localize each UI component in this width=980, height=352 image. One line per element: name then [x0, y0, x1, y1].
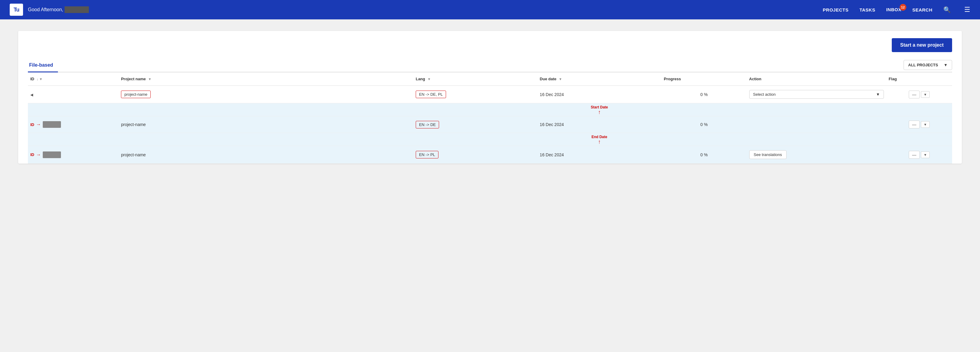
logo-text: Tu	[14, 7, 19, 13]
col-header-project-name: Project name ▼	[119, 72, 413, 86]
child2-id-arrow: →	[36, 152, 41, 157]
parent-due-date: 16 Dec 2024	[540, 92, 564, 97]
annotation-row: Start Date ↑	[28, 103, 952, 116]
content-card: Start a new project File-based ALL PROJE…	[18, 31, 962, 163]
logo: Tu	[10, 4, 23, 16]
annotation2-end-spacer	[661, 133, 952, 146]
inbox-badge: 12	[900, 4, 906, 11]
parent-select-action-label: Select action	[753, 92, 776, 97]
annotation-row-2: End Date ↑	[28, 133, 952, 146]
parent-lang-cell: EN -> DE, PL	[413, 86, 537, 103]
end-date-arrow: ↑	[540, 139, 659, 144]
child1-flag-cell: — ▼	[886, 116, 952, 133]
nav-tasks[interactable]: TASKS	[859, 7, 875, 13]
child2-progress: 0 %	[700, 152, 708, 157]
parent-select-action[interactable]: Select action ▼	[749, 90, 884, 99]
end-date-annotation: End Date ↑	[540, 134, 659, 144]
child2-lang: EN -> PL	[416, 151, 439, 159]
nav-inbox-wrapper: INBOX 12	[886, 7, 902, 13]
child1-flag-dash-button[interactable]: —	[909, 121, 920, 128]
header: Tu Good Afternoon, PROJECTS TASKS INBOX …	[0, 0, 980, 19]
child2-action-cell: See translations	[747, 146, 886, 163]
tab-file-based[interactable]: File-based	[28, 59, 58, 72]
start-date-annotation: Start Date ↑	[540, 105, 659, 115]
parent-project-name-cell: project-name	[119, 86, 413, 103]
search-icon[interactable]: 🔍	[943, 6, 951, 13]
start-project-button[interactable]: Start a new project	[892, 38, 952, 52]
parent-progress: 0 %	[700, 92, 708, 97]
child1-action-cell	[747, 116, 886, 133]
hamburger-menu-icon[interactable]: ☰	[964, 6, 970, 14]
child2-id-cell: ID →	[28, 146, 119, 163]
annotation-end-spacer	[661, 103, 952, 116]
child1-project-name-cell: project-name	[119, 116, 413, 133]
child2-flag-caret-button[interactable]: ▼	[921, 151, 930, 158]
annotation2-date-cell: End Date ↑	[537, 133, 661, 146]
child1-id-arrow: →	[36, 122, 41, 127]
child2-project-name-cell: project-name	[119, 146, 413, 163]
greeting-text: Good Afternoon,	[28, 7, 64, 13]
col-header-action: Action	[747, 72, 886, 86]
parent-project-name: project-name	[121, 90, 151, 98]
parent-flag-buttons: — ▼	[889, 90, 950, 98]
lang-filter-icon[interactable]: ▼	[428, 77, 431, 81]
due-date-filter-icon[interactable]: ▼	[559, 77, 562, 81]
table-header-row: ID ↓ ▼ Project name ▼ Lang ▼ Due date ▼	[28, 72, 952, 86]
project-name-filter-icon[interactable]: ▼	[148, 77, 151, 81]
nav-search[interactable]: SEARCH	[912, 7, 932, 13]
nav-inbox[interactable]: INBOX	[886, 7, 902, 12]
child1-project-name: project-name	[121, 122, 146, 127]
child2-id-box	[43, 151, 61, 158]
child2-due-date: 16 Dec 2024	[540, 152, 564, 157]
child2-flag-cell: — ▼	[886, 146, 952, 163]
table-row: ID → project-name EN -> PL 16 Dec 2024	[28, 146, 952, 163]
main-content: Start a new project File-based ALL PROJE…	[0, 24, 980, 352]
child1-lang-cell: EN -> DE	[413, 116, 537, 133]
col-header-id: ID ↓ ▼	[28, 72, 119, 86]
table-row: ◀ project-name EN -> DE, PL 16 Dec 2024 …	[28, 86, 952, 103]
annotation-spacer	[28, 103, 537, 116]
child1-progress: 0 %	[700, 122, 708, 127]
parent-expand-cell: ◀	[28, 86, 119, 103]
end-date-label: End Date	[592, 135, 607, 139]
col-header-flag: Flag	[886, 72, 952, 86]
parent-flag-caret-button[interactable]: ▼	[921, 91, 930, 98]
child2-flag-dash-button[interactable]: —	[909, 151, 920, 159]
nav-arrow-container	[0, 19, 980, 24]
top-bar: Start a new project	[28, 38, 952, 59]
see-translations-button[interactable]: See translations	[749, 150, 786, 159]
parent-select-action-arrow: ▼	[876, 92, 880, 97]
child1-id-wrapper: ID →	[30, 121, 116, 128]
id-sort-icon[interactable]: ↓ ▼	[37, 77, 43, 81]
child1-flag-caret-button[interactable]: ▼	[921, 121, 930, 128]
child1-due-date: 16 Dec 2024	[540, 122, 564, 127]
parent-flag-dash-button[interactable]: —	[909, 90, 920, 98]
child2-lang-cell: EN -> PL	[413, 146, 537, 163]
child2-project-name: project-name	[121, 152, 146, 157]
annotation2-spacer	[28, 133, 537, 146]
start-date-arrow: ↑	[540, 109, 659, 115]
filter-label: ALL PROJECTS	[908, 63, 938, 67]
child1-id-cell: ID →	[28, 116, 119, 133]
col-header-due-date: Due date ▼	[537, 72, 661, 86]
main-nav: PROJECTS TASKS INBOX 12 SEARCH 🔍 ☰	[823, 6, 970, 14]
nav-projects[interactable]: PROJECTS	[823, 7, 849, 13]
parent-action-cell: Select action ▼	[747, 86, 886, 103]
child2-progress-cell: 0 %	[661, 146, 746, 163]
child1-flag-buttons: — ▼	[889, 121, 950, 128]
child1-due-date-cell: 16 Dec 2024	[537, 116, 661, 133]
filter-dropdown-arrow: ▼	[943, 63, 948, 67]
parent-lang: EN -> DE, PL	[416, 90, 446, 98]
child1-id-label-text: ID	[30, 122, 34, 127]
child2-id-label-text: ID	[30, 152, 34, 157]
child2-flag-buttons: — ▼	[889, 151, 950, 159]
all-projects-filter[interactable]: ALL PROJECTS ▼	[904, 60, 952, 70]
tab-section: File-based ALL PROJECTS ▼	[28, 59, 952, 72]
table-row: ID → project-name EN -> DE 16 Dec 2024	[28, 116, 952, 133]
col-header-lang: Lang ▼	[413, 72, 537, 86]
expand-icon[interactable]: ◀	[30, 93, 33, 97]
start-date-label: Start Date	[591, 105, 608, 109]
annotation-date-cell: Start Date ↑	[537, 103, 661, 116]
parent-due-date-cell: 16 Dec 2024	[537, 86, 661, 103]
child1-lang: EN -> DE	[416, 121, 439, 128]
